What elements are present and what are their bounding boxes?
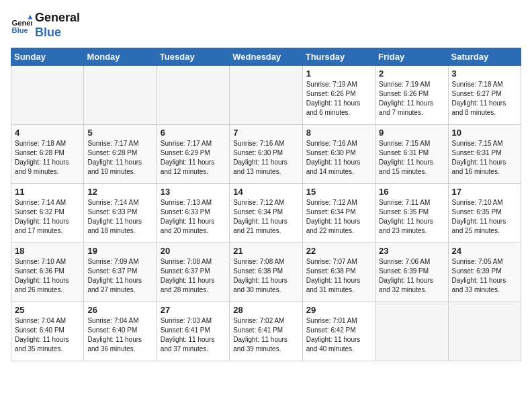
day-number: 1 [306, 68, 371, 79]
day-number: 5 [87, 128, 152, 138]
calendar-cell [84, 66, 157, 125]
calendar-cell: 13Sunrise: 7:13 AM Sunset: 6:33 PM Dayli… [157, 184, 229, 243]
calendar-cell: 8Sunrise: 7:16 AM Sunset: 6:30 PM Daylig… [302, 125, 375, 184]
calendar-cell: 5Sunrise: 7:17 AM Sunset: 6:28 PM Daylig… [84, 125, 157, 184]
calendar-cell: 28Sunrise: 7:02 AM Sunset: 6:41 PM Dayli… [230, 302, 302, 361]
day-info: Sunrise: 7:18 AM Sunset: 6:27 PM Dayligh… [452, 80, 517, 118]
calendar-cell: 7Sunrise: 7:16 AM Sunset: 6:30 PM Daylig… [230, 125, 302, 184]
calendar-cell: 4Sunrise: 7:18 AM Sunset: 6:28 PM Daylig… [11, 125, 84, 184]
calendar-cell: 26Sunrise: 7:04 AM Sunset: 6:40 PM Dayli… [84, 302, 157, 361]
svg-text:Blue: Blue [12, 26, 28, 34]
calendar-cell: 2Sunrise: 7:19 AM Sunset: 6:26 PM Daylig… [375, 66, 448, 125]
day-info: Sunrise: 7:05 AM Sunset: 6:39 PM Dayligh… [452, 257, 517, 295]
calendar-cell: 20Sunrise: 7:08 AM Sunset: 6:37 PM Dayli… [157, 243, 229, 302]
calendar-cell [157, 66, 229, 125]
day-number: 15 [306, 187, 371, 197]
calendar-table: SundayMondayTuesdayWednesdayThursdayFrid… [11, 48, 521, 361]
day-info: Sunrise: 7:15 AM Sunset: 6:31 PM Dayligh… [379, 139, 444, 177]
day-number: 9 [379, 128, 444, 138]
day-number: 26 [87, 305, 152, 315]
calendar-week-1: 1Sunrise: 7:19 AM Sunset: 6:26 PM Daylig… [11, 66, 521, 125]
day-info: Sunrise: 7:07 AM Sunset: 6:38 PM Dayligh… [306, 257, 371, 295]
day-info: Sunrise: 7:08 AM Sunset: 6:38 PM Dayligh… [233, 257, 298, 295]
calendar-cell: 15Sunrise: 7:12 AM Sunset: 6:34 PM Dayli… [302, 184, 375, 243]
day-info: Sunrise: 7:01 AM Sunset: 6:42 PM Dayligh… [306, 316, 371, 354]
calendar-week-2: 4Sunrise: 7:18 AM Sunset: 6:28 PM Daylig… [11, 125, 521, 184]
calendar-cell: 16Sunrise: 7:11 AM Sunset: 6:35 PM Dayli… [375, 184, 448, 243]
day-info: Sunrise: 7:06 AM Sunset: 6:39 PM Dayligh… [379, 257, 444, 295]
day-number: 2 [379, 68, 444, 79]
weekday-header-tuesday: Tuesday [157, 48, 229, 66]
calendar-cell [375, 302, 448, 361]
day-info: Sunrise: 7:16 AM Sunset: 6:30 PM Dayligh… [233, 139, 298, 177]
day-number: 27 [161, 305, 226, 315]
weekday-header-saturday: Saturday [448, 48, 521, 66]
page-header: General Blue General Blue [11, 11, 521, 40]
calendar-cell: 21Sunrise: 7:08 AM Sunset: 6:38 PM Dayli… [230, 243, 302, 302]
calendar-cell [11, 66, 84, 125]
day-info: Sunrise: 7:10 AM Sunset: 6:36 PM Dayligh… [15, 257, 80, 295]
calendar-cell: 11Sunrise: 7:14 AM Sunset: 6:32 PM Dayli… [11, 184, 84, 243]
logo-general: General [35, 11, 80, 26]
day-info: Sunrise: 7:09 AM Sunset: 6:37 PM Dayligh… [87, 257, 152, 295]
calendar-cell: 9Sunrise: 7:15 AM Sunset: 6:31 PM Daylig… [375, 125, 448, 184]
logo: General Blue General Blue [11, 11, 80, 40]
day-number: 10 [452, 128, 517, 138]
calendar-week-5: 25Sunrise: 7:04 AM Sunset: 6:40 PM Dayli… [11, 302, 521, 361]
day-number: 22 [306, 246, 371, 256]
day-number: 21 [233, 246, 298, 256]
logo-icon: General Blue [11, 15, 32, 36]
day-info: Sunrise: 7:11 AM Sunset: 6:35 PM Dayligh… [379, 198, 444, 236]
logo-blue: Blue [35, 26, 80, 40]
day-number: 12 [87, 187, 152, 197]
calendar-cell: 29Sunrise: 7:01 AM Sunset: 6:42 PM Dayli… [302, 302, 375, 361]
day-info: Sunrise: 7:03 AM Sunset: 6:41 PM Dayligh… [161, 316, 226, 354]
day-number: 14 [233, 187, 298, 197]
day-number: 28 [233, 305, 298, 315]
weekday-header-row: SundayMondayTuesdayWednesdayThursdayFrid… [11, 48, 521, 66]
day-number: 7 [233, 128, 298, 138]
day-info: Sunrise: 7:17 AM Sunset: 6:28 PM Dayligh… [87, 139, 152, 177]
calendar-week-3: 11Sunrise: 7:14 AM Sunset: 6:32 PM Dayli… [11, 184, 521, 243]
weekday-header-thursday: Thursday [302, 48, 375, 66]
day-number: 29 [306, 305, 371, 315]
calendar-cell: 10Sunrise: 7:15 AM Sunset: 6:31 PM Dayli… [448, 125, 521, 184]
day-info: Sunrise: 7:13 AM Sunset: 6:33 PM Dayligh… [161, 198, 226, 236]
weekday-header-friday: Friday [375, 48, 448, 66]
weekday-header-wednesday: Wednesday [230, 48, 302, 66]
calendar-cell: 27Sunrise: 7:03 AM Sunset: 6:41 PM Dayli… [157, 302, 229, 361]
day-info: Sunrise: 7:16 AM Sunset: 6:30 PM Dayligh… [306, 139, 371, 177]
day-number: 8 [306, 128, 371, 138]
calendar-cell [448, 302, 521, 361]
day-info: Sunrise: 7:12 AM Sunset: 6:34 PM Dayligh… [306, 198, 371, 236]
day-info: Sunrise: 7:02 AM Sunset: 6:41 PM Dayligh… [233, 316, 298, 354]
day-number: 25 [15, 305, 80, 315]
day-info: Sunrise: 7:14 AM Sunset: 6:33 PM Dayligh… [87, 198, 152, 236]
day-info: Sunrise: 7:04 AM Sunset: 6:40 PM Dayligh… [15, 316, 80, 354]
day-info: Sunrise: 7:10 AM Sunset: 6:35 PM Dayligh… [452, 198, 517, 236]
calendar-cell [230, 66, 302, 125]
day-info: Sunrise: 7:19 AM Sunset: 6:26 PM Dayligh… [306, 80, 371, 118]
day-info: Sunrise: 7:19 AM Sunset: 6:26 PM Dayligh… [379, 80, 444, 118]
day-number: 20 [161, 246, 226, 256]
day-number: 17 [452, 187, 517, 197]
day-number: 24 [452, 246, 517, 256]
calendar-cell: 19Sunrise: 7:09 AM Sunset: 6:37 PM Dayli… [84, 243, 157, 302]
svg-text:General: General [12, 19, 32, 27]
day-info: Sunrise: 7:12 AM Sunset: 6:34 PM Dayligh… [233, 198, 298, 236]
weekday-header-monday: Monday [84, 48, 157, 66]
day-info: Sunrise: 7:14 AM Sunset: 6:32 PM Dayligh… [15, 198, 80, 236]
day-number: 16 [379, 187, 444, 197]
day-number: 4 [15, 128, 80, 138]
day-info: Sunrise: 7:15 AM Sunset: 6:31 PM Dayligh… [452, 139, 517, 177]
calendar-cell: 14Sunrise: 7:12 AM Sunset: 6:34 PM Dayli… [230, 184, 302, 243]
calendar-cell: 17Sunrise: 7:10 AM Sunset: 6:35 PM Dayli… [448, 184, 521, 243]
calendar-cell: 23Sunrise: 7:06 AM Sunset: 6:39 PM Dayli… [375, 243, 448, 302]
weekday-header-sunday: Sunday [11, 48, 84, 66]
day-number: 6 [161, 128, 226, 138]
day-number: 3 [452, 68, 517, 79]
day-number: 18 [15, 246, 80, 256]
calendar-cell: 22Sunrise: 7:07 AM Sunset: 6:38 PM Dayli… [302, 243, 375, 302]
day-info: Sunrise: 7:08 AM Sunset: 6:37 PM Dayligh… [161, 257, 226, 295]
day-info: Sunrise: 7:04 AM Sunset: 6:40 PM Dayligh… [87, 316, 152, 354]
